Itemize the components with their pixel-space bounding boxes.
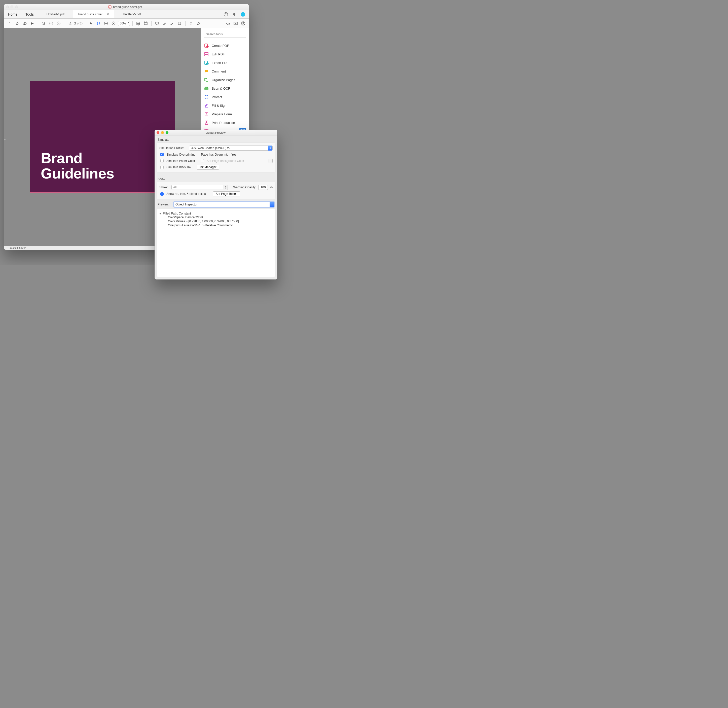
- tool-create-pdf[interactable]: Create PDF: [204, 41, 246, 50]
- tool-scan[interactable]: Scan & OCR: [204, 84, 246, 93]
- sim-overprint-label: Simulate Overprinting: [167, 153, 195, 156]
- zoom-out-icon[interactable]: [41, 20, 46, 26]
- tool-print-production[interactable]: Print Production: [204, 118, 246, 127]
- tool-export-pdf[interactable]: Export PDF: [204, 58, 246, 67]
- pane-disclose-icon[interactable]: ▸: [4, 137, 7, 141]
- fit-width-icon[interactable]: [135, 20, 141, 26]
- object-inspector-tree[interactable]: ▶Filled Path: Constant ColorSpace: Devic…: [157, 209, 276, 265]
- comment-icon[interactable]: [154, 20, 160, 26]
- page-down-icon[interactable]: [56, 20, 62, 26]
- show-select[interactable]: All▲▼: [171, 185, 228, 190]
- set-bg-label: Set Page Background Color: [207, 159, 244, 162]
- stamp-icon[interactable]: [177, 20, 183, 26]
- document-page: BrandGuidelines: [30, 81, 175, 193]
- sim-overprint-check[interactable]: [160, 153, 164, 156]
- tool-edit-pdf[interactable]: Edit PDF: [204, 50, 246, 58]
- save-icon[interactable]: [7, 20, 13, 26]
- dialog-min-dot[interactable]: [161, 131, 164, 134]
- tool-fill-sign[interactable]: Fill & Sign: [204, 101, 246, 110]
- doc-tab-label: brand guide cover...: [78, 13, 105, 16]
- page-title: BrandGuidelines: [41, 151, 114, 181]
- trash-icon[interactable]: [188, 20, 194, 26]
- tool-label: Protect: [212, 95, 222, 99]
- tool-label: Fill & Sign: [212, 104, 226, 107]
- show-header: Show: [155, 175, 277, 182]
- max-dot[interactable]: [15, 6, 18, 8]
- zoom-out-circle-icon[interactable]: [103, 20, 109, 26]
- show-panel: Show: All▲▼ Warning Opacity: % Show art,…: [157, 182, 276, 199]
- page-current-field[interactable]: [67, 22, 72, 25]
- signature-icon[interactable]: [225, 20, 231, 26]
- svg-rect-31: [206, 79, 208, 81]
- doc-tab-label: Untitled-5.pdf: [123, 13, 141, 16]
- set-bg-check: [201, 159, 204, 162]
- doc-tab-2[interactable]: Untitled-5.pdf: [114, 10, 149, 18]
- tree-colorspace: ColorSpace: DeviceCMYK: [160, 215, 273, 219]
- tool-prepare-form[interactable]: Prepare Form: [204, 110, 246, 118]
- doc-tabs: Untitled-4.pdf brand guide cover...✕ Unt…: [38, 10, 220, 18]
- output-preview-dialog: Output Preview Simulate Simulation Profi…: [155, 130, 277, 265]
- help-icon[interactable]: ?: [223, 12, 228, 17]
- dialog-max-dot[interactable]: [165, 131, 168, 134]
- zoom-dropdown[interactable]: 50%: [118, 21, 130, 26]
- simulate-header: Simulate: [155, 135, 277, 142]
- zoom-select[interactable]: 50%: [118, 21, 130, 26]
- tool-label: Export PDF: [212, 61, 229, 65]
- nav-tools[interactable]: Tools: [22, 10, 38, 18]
- dialog-close-dot[interactable]: [157, 131, 160, 134]
- profile-select[interactable]: U.S. Web Coated (SWOP) v2▲▼: [189, 145, 273, 151]
- page-up-icon[interactable]: [48, 20, 54, 26]
- tree-head: Filled Path: Constant: [163, 212, 191, 215]
- close-icon[interactable]: ✕: [107, 13, 109, 16]
- warn-opacity-field[interactable]: [258, 185, 268, 190]
- tool-label: Comment: [212, 70, 226, 73]
- close-dot[interactable]: [6, 6, 9, 8]
- min-dot[interactable]: [10, 6, 13, 8]
- tool-label: Create PDF: [212, 44, 229, 48]
- tool-protect[interactable]: Protect: [204, 93, 246, 101]
- profile-icon[interactable]: [240, 20, 246, 26]
- sim-paper-check[interactable]: [160, 159, 164, 162]
- sim-black-check[interactable]: [160, 166, 164, 169]
- mail-icon[interactable]: [233, 20, 239, 26]
- ink-manager-button[interactable]: Ink Manager: [197, 165, 219, 170]
- tool-comment[interactable]: Comment: [204, 67, 246, 75]
- set-page-boxes-button[interactable]: Set Page Boxes: [213, 192, 240, 196]
- sim-black-label: Simulate Black Ink: [167, 165, 191, 169]
- tool-label: Scan & OCR: [212, 87, 230, 90]
- warn-opacity-label: Warning Opacity:: [233, 186, 257, 189]
- show-art-check[interactable]: [160, 192, 164, 196]
- tool-label: Print Production: [212, 121, 235, 125]
- rotate-icon[interactable]: [196, 20, 202, 26]
- tool-label: Organize Pages: [212, 78, 235, 82]
- svg-point-4: [234, 15, 235, 16]
- dialog-traffic-lights[interactable]: [157, 131, 168, 134]
- bell-icon[interactable]: [232, 12, 236, 17]
- cloud-icon[interactable]: [22, 20, 28, 26]
- nav-home[interactable]: Home: [4, 10, 22, 18]
- print-icon[interactable]: [29, 20, 35, 26]
- page-has-overprint-value: Yes: [231, 153, 236, 156]
- svg-rect-32: [205, 78, 206, 78]
- svg-rect-25: [204, 53, 208, 54]
- doc-tab-0[interactable]: Untitled-4.pdf: [38, 10, 73, 18]
- disclosure-icon[interactable]: ▶: [159, 213, 162, 215]
- tree-values: Color Values = [0.72800, 1.00000, 0.3700…: [160, 219, 273, 223]
- sign-icon[interactable]: [169, 20, 175, 26]
- select-tool-icon[interactable]: [88, 20, 94, 26]
- fit-page-icon[interactable]: [143, 20, 149, 26]
- tool-label: Prepare Form: [212, 112, 232, 116]
- star-icon[interactable]: [14, 20, 20, 26]
- hand-tool-icon[interactable]: [96, 20, 102, 26]
- search-tools-input[interactable]: [204, 31, 246, 38]
- svg-point-22: [243, 22, 244, 23]
- doc-tab-1[interactable]: brand guide cover...✕: [73, 10, 114, 18]
- bg-swatch[interactable]: [268, 159, 273, 163]
- avatar[interactable]: [241, 12, 245, 17]
- zoom-in-circle-icon[interactable]: [110, 20, 116, 26]
- svg-rect-9: [32, 24, 33, 25]
- highlight-icon[interactable]: [162, 20, 168, 26]
- tool-organize[interactable]: Organize Pages: [204, 75, 246, 84]
- preview-select[interactable]: Object Inspector▲▼: [174, 202, 274, 207]
- traffic-lights[interactable]: [6, 6, 18, 8]
